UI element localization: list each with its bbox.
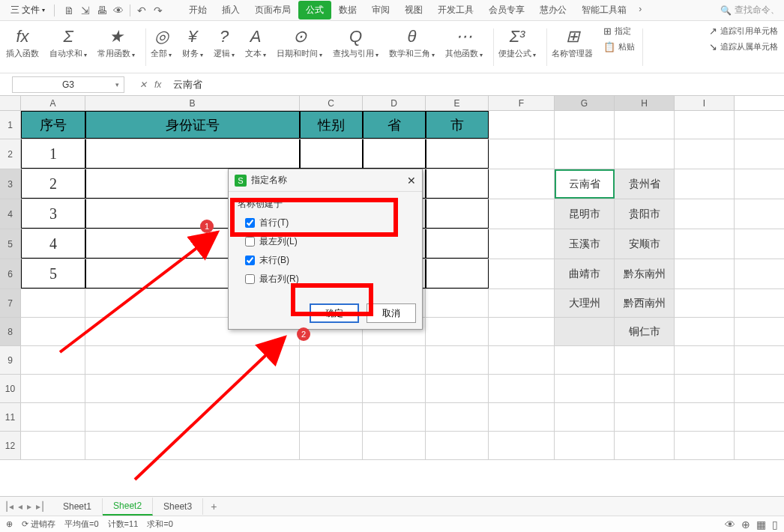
cell[interactable]: 省 — [363, 111, 426, 139]
cell[interactable] — [85, 432, 300, 459]
ribbon-define-name[interactable]: ⊞指定 — [603, 25, 635, 37]
preview-icon[interactable]: 👁 — [110, 2, 127, 19]
ribbon-paste-name[interactable]: 📋粘贴 — [603, 41, 635, 52]
row-header[interactable]: 11 — [0, 403, 21, 431]
cell[interactable] — [489, 199, 555, 229]
cell[interactable] — [426, 432, 489, 459]
ribbon-common[interactable]: ★ 常用函数 — [97, 25, 135, 59]
checkbox-toprow[interactable]: 首行(T) — [245, 217, 413, 229]
col-header-e[interactable]: E — [426, 96, 489, 110]
center-icon[interactable]: ⊕ — [741, 519, 750, 531]
cell[interactable] — [555, 432, 615, 459]
row-header[interactable]: 2 — [0, 139, 21, 169]
cell[interactable] — [615, 432, 675, 459]
eye-icon[interactable]: 👁 — [725, 519, 735, 531]
ribbon-shortcut[interactable]: Σ³ 便捷公式 — [498, 25, 536, 59]
cell[interactable] — [489, 432, 555, 459]
cell[interactable] — [675, 139, 735, 169]
cell[interactable] — [555, 111, 615, 139]
checkbox-input[interactable] — [245, 256, 255, 265]
row-header[interactable]: 5 — [0, 229, 21, 259]
cell[interactable] — [85, 403, 300, 431]
cell[interactable]: 安顺市 — [615, 229, 675, 259]
cell[interactable] — [675, 432, 735, 459]
checkbox-input[interactable] — [245, 237, 255, 247]
ribbon-math[interactable]: θ 数学和三角 — [389, 25, 435, 59]
cell[interactable] — [363, 139, 426, 169]
cell[interactable] — [489, 318, 555, 345]
cell[interactable]: 3 — [21, 199, 85, 229]
cell[interactable] — [489, 289, 555, 317]
file-menu[interactable]: 三 文件 ▾ — [4, 2, 51, 19]
col-header-c[interactable]: C — [300, 96, 363, 110]
tab-dev[interactable]: 开发工具 — [430, 1, 481, 19]
tab-data[interactable]: 数据 — [331, 1, 364, 19]
ribbon-text[interactable]: A 文本 — [245, 25, 266, 59]
mode-icon[interactable]: ⊕ — [6, 519, 13, 529]
sheet-tab-2[interactable]: Sheet2 — [103, 498, 153, 516]
cell[interactable] — [489, 229, 555, 259]
cell[interactable] — [85, 346, 300, 374]
cell[interactable] — [675, 259, 735, 288]
cell[interactable] — [85, 375, 300, 402]
row-header[interactable]: 1 — [0, 111, 21, 139]
cell[interactable] — [675, 169, 735, 199]
cell[interactable]: 5 — [21, 259, 85, 288]
cell[interactable]: 黔东南州 — [615, 259, 675, 288]
cell[interactable] — [426, 346, 489, 374]
cell[interactable] — [21, 432, 85, 459]
ribbon-insert-function[interactable]: fx 插入函数 — [6, 25, 39, 59]
cell[interactable]: 黔西南州 — [615, 289, 675, 317]
status-undo[interactable]: ⟳ 进销存 — [22, 519, 55, 530]
export-icon[interactable]: ⇲ — [77, 2, 94, 19]
row-header[interactable]: 10 — [0, 375, 21, 402]
cell[interactable] — [426, 289, 489, 317]
checkbox-leftcol[interactable]: 最左列(L) — [245, 235, 413, 248]
cell[interactable] — [675, 229, 735, 259]
save-icon[interactable]: 🗎 — [61, 2, 77, 19]
cell[interactable]: 贵阳市 — [615, 199, 675, 229]
col-header-a[interactable]: A — [21, 96, 85, 110]
cell[interactable] — [489, 111, 555, 139]
cell[interactable]: 昆明市 — [555, 199, 615, 229]
tab-start[interactable]: 开始 — [181, 1, 214, 19]
sheet-nav-last[interactable]: ▸⎮ — [36, 501, 45, 512]
tab-formula[interactable]: 公式 — [298, 1, 331, 19]
row-header[interactable]: 6 — [0, 259, 21, 288]
cell[interactable]: 玉溪市 — [555, 229, 615, 259]
cell[interactable] — [615, 346, 675, 374]
dialog-titlebar[interactable]: S 指定名称 ✕ — [229, 169, 422, 192]
row-header[interactable]: 8 — [0, 318, 21, 345]
close-icon[interactable]: ✕ — [407, 175, 416, 187]
row-header[interactable]: 4 — [0, 199, 21, 229]
cell[interactable] — [363, 432, 426, 459]
tab-layout[interactable]: 页面布局 — [247, 1, 298, 19]
checkbox-input[interactable] — [245, 218, 255, 228]
tabs-more[interactable]: › — [634, 1, 646, 19]
ribbon-autosum[interactable]: Σ 自动求和 — [49, 25, 87, 59]
col-header-d[interactable]: D — [363, 96, 426, 110]
cell[interactable] — [363, 375, 426, 402]
cell[interactable] — [21, 289, 85, 317]
cell[interactable] — [489, 403, 555, 431]
cell[interactable]: 2 — [21, 169, 85, 199]
cell[interactable] — [555, 318, 615, 345]
cancel-icon[interactable]: ✕ — [139, 79, 147, 90]
cell[interactable] — [21, 318, 85, 345]
cell[interactable] — [555, 139, 615, 169]
checkbox-rightcol[interactable]: 最右列(R) — [245, 273, 413, 285]
cell[interactable] — [675, 289, 735, 317]
cell[interactable]: 1 — [21, 139, 85, 169]
cell[interactable] — [363, 346, 426, 374]
cell[interactable] — [426, 375, 489, 402]
command-search[interactable]: 🔍 查找命令、 — [720, 4, 780, 16]
cell[interactable] — [675, 375, 735, 402]
cell-g3[interactable]: 云南省 — [555, 169, 615, 199]
sheet-nav-prev[interactable]: ◂ — [18, 501, 22, 512]
cell[interactable] — [555, 403, 615, 431]
print-icon[interactable]: 🖶 — [94, 2, 110, 19]
ribbon-lookup[interactable]: Q 查找与引用 — [333, 25, 379, 59]
ribbon-other[interactable]: ⋯ 其他函数 — [445, 25, 483, 59]
cell[interactable] — [489, 169, 555, 199]
name-box[interactable]: G3 — [12, 76, 124, 93]
